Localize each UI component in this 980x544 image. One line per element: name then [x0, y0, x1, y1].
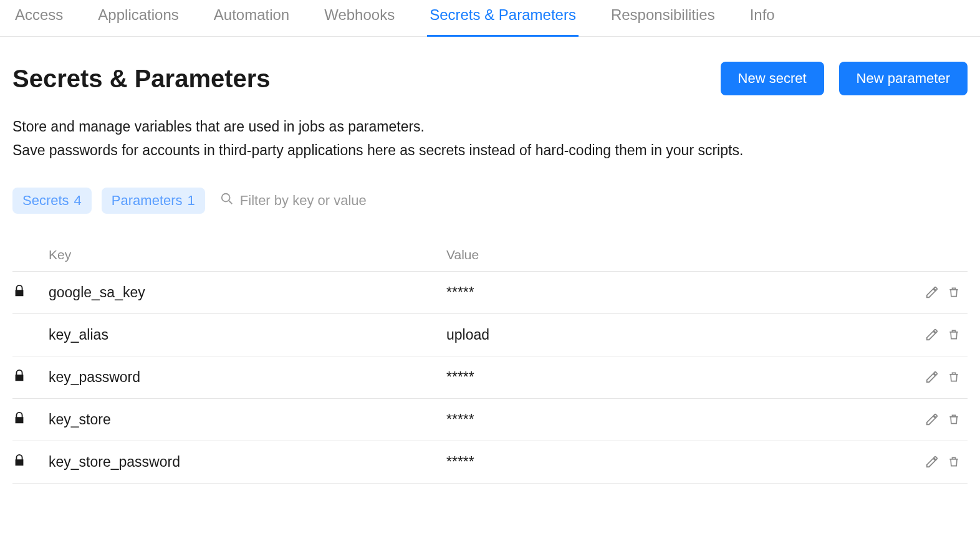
- lock-icon: [12, 369, 26, 383]
- delete-icon[interactable]: [948, 455, 960, 469]
- tab-automation[interactable]: Automation: [211, 0, 292, 37]
- table-row: key_password *****: [12, 356, 968, 399]
- table-row: key_alias upload: [12, 314, 968, 356]
- chip-label: Parameters: [112, 193, 183, 209]
- delete-icon[interactable]: [948, 328, 960, 341]
- new-secret-button[interactable]: New secret: [721, 62, 824, 95]
- tab-webhooks[interactable]: Webhooks: [322, 0, 397, 37]
- new-parameter-button[interactable]: New parameter: [839, 62, 968, 95]
- cell-value: *****: [446, 284, 905, 301]
- cell-value: *****: [446, 369, 905, 386]
- delete-icon[interactable]: [948, 370, 960, 384]
- lock-icon: [12, 411, 26, 425]
- main-tabs: Access Applications Automation Webhooks …: [0, 0, 980, 37]
- chip-secrets[interactable]: Secrets 4: [12, 188, 92, 214]
- delete-icon[interactable]: [948, 285, 960, 299]
- chip-count: 1: [188, 193, 195, 209]
- cell-value: *****: [446, 411, 905, 428]
- table-row: google_sa_key *****: [12, 272, 968, 314]
- table-row: key_store_password *****: [12, 441, 968, 484]
- description-line: Store and manage variables that are used…: [12, 118, 425, 135]
- chip-count: 4: [74, 193, 82, 209]
- tab-secrets-parameters[interactable]: Secrets & Parameters: [427, 0, 579, 37]
- cell-value: *****: [446, 454, 905, 470]
- chip-parameters[interactable]: Parameters 1: [102, 188, 205, 214]
- description-line: Save passwords for accounts in third-par…: [12, 142, 743, 158]
- tab-info[interactable]: Info: [747, 0, 777, 37]
- tab-responsibilities[interactable]: Responsibilities: [608, 0, 718, 37]
- filter-input[interactable]: [240, 193, 415, 209]
- svg-point-0: [222, 194, 230, 202]
- page-title: Secrets & Parameters: [12, 65, 271, 93]
- page-description: Store and manage variables that are used…: [12, 115, 968, 163]
- secrets-table: Key Value google_sa_key ***** key: [12, 241, 968, 484]
- chip-label: Secrets: [22, 193, 69, 209]
- cell-value: upload: [446, 327, 905, 343]
- edit-icon[interactable]: [925, 328, 939, 341]
- table-row: key_store *****: [12, 399, 968, 441]
- svg-line-1: [229, 201, 233, 204]
- cell-key: key_store: [49, 411, 446, 428]
- edit-icon[interactable]: [925, 370, 939, 384]
- cell-key: key_password: [49, 369, 446, 386]
- cell-key: google_sa_key: [49, 284, 446, 301]
- edit-icon[interactable]: [925, 455, 939, 469]
- lock-icon: [12, 454, 26, 467]
- tab-applications[interactable]: Applications: [95, 0, 181, 37]
- column-header-value: Value: [446, 247, 905, 262]
- delete-icon[interactable]: [948, 413, 960, 426]
- lock-icon: [12, 284, 26, 298]
- edit-icon[interactable]: [925, 285, 939, 299]
- edit-icon[interactable]: [925, 413, 939, 426]
- column-header-key: Key: [49, 247, 446, 262]
- cell-key: key_alias: [49, 327, 446, 343]
- tab-access[interactable]: Access: [12, 0, 65, 37]
- cell-key: key_store_password: [49, 454, 446, 470]
- search-icon: [220, 192, 234, 209]
